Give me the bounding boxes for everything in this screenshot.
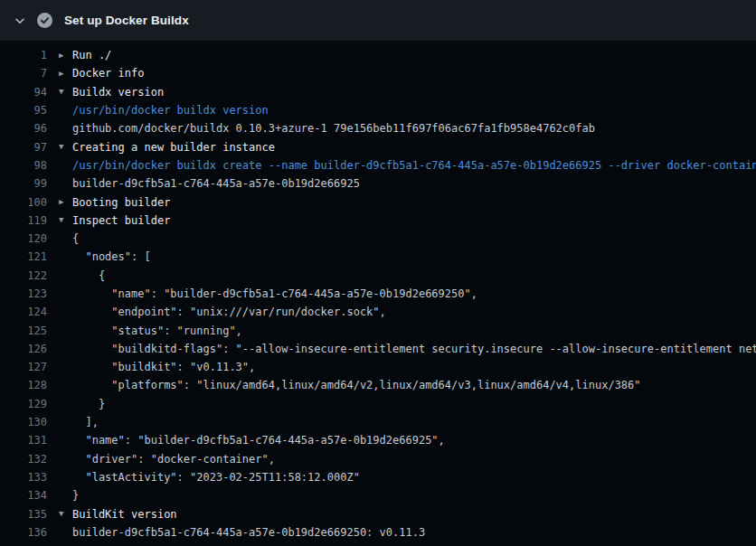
line-number[interactable]: 122: [0, 269, 47, 282]
step-header[interactable]: Set up Docker Buildx: [0, 0, 756, 41]
line-number[interactable]: 97: [0, 141, 47, 154]
line-number[interactable]: 119: [0, 214, 47, 227]
log-line: 1▶Run ./: [0, 46, 756, 64]
line-number[interactable]: 95: [0, 104, 47, 117]
line-number[interactable]: 136: [0, 526, 47, 539]
log-output-text: }: [72, 489, 756, 502]
group-expanded-icon[interactable]: ▼: [47, 510, 72, 518]
line-number[interactable]: 96: [0, 122, 47, 135]
group-expanded-icon[interactable]: ▼: [47, 216, 72, 224]
log-line: 133 "lastActivity": "2023-02-25T11:58:12…: [0, 468, 756, 486]
check-circle-icon: [37, 13, 52, 28]
line-number[interactable]: 123: [0, 287, 47, 300]
log-line: 122 {: [0, 267, 756, 285]
log-group-title[interactable]: Run ./: [72, 49, 756, 61]
line-number[interactable]: 130: [0, 416, 47, 428]
group-expanded-icon[interactable]: ▼: [47, 143, 72, 151]
log-line: 127 "buildkit": "v0.11.3",: [0, 358, 756, 376]
log-group-title[interactable]: Inspect builder: [72, 214, 756, 227]
log-group-title[interactable]: Booting builder: [72, 196, 756, 209]
line-number[interactable]: 120: [0, 232, 47, 245]
log-line: 136builder-d9cfb5a1-c764-445a-a57e-0b19d…: [0, 523, 756, 541]
log-line: 94▼Buildx version: [0, 83, 756, 101]
group-collapsed-icon[interactable]: ▶: [47, 52, 72, 60]
log-line: 131 "name": "builder-d9cfb5a1-c764-445a-…: [0, 431, 756, 449]
log-output-text: github.com/docker/buildx 0.10.3+azure-1 …: [72, 122, 756, 135]
line-number[interactable]: 134: [0, 489, 47, 502]
line-number[interactable]: 129: [0, 398, 47, 410]
group-expanded-icon[interactable]: ▼: [47, 88, 72, 96]
log-output-text: }: [72, 398, 756, 410]
log-output-text: "endpoint": "unix:///var/run/docker.sock…: [72, 306, 756, 318]
log-command-text: /usr/bin/docker buildx version: [72, 104, 756, 117]
line-number[interactable]: 133: [0, 471, 47, 484]
log-output-text: "driver": "docker-container",: [72, 453, 756, 466]
group-collapsed-icon[interactable]: ▶: [47, 70, 72, 78]
line-number[interactable]: 94: [0, 86, 47, 99]
line-number[interactable]: 126: [0, 343, 47, 355]
line-number[interactable]: 121: [0, 250, 47, 263]
log-output-text: ],: [72, 416, 756, 428]
line-number[interactable]: 125: [0, 325, 47, 337]
line-number[interactable]: 99: [0, 177, 47, 190]
log-line: 130 ],: [0, 413, 756, 431]
log-command-text: /usr/bin/docker buildx create --name bui…: [72, 159, 756, 172]
log-line: 119▼Inspect builder: [0, 212, 756, 230]
log-output-text: "platforms": "linux/amd64,linux/amd64/v2…: [72, 379, 756, 391]
group-collapsed-icon[interactable]: ▶: [47, 198, 72, 206]
line-number[interactable]: 128: [0, 379, 47, 391]
line-number[interactable]: 1: [0, 49, 47, 61]
log-line: 7▶Docker info: [0, 64, 756, 82]
log-line: 128 "platforms": "linux/amd64,linux/amd6…: [0, 376, 756, 394]
log-line: 121 "nodes": [: [0, 248, 756, 266]
log-line: 126 "buildkitd-flags": "--allow-insecure…: [0, 340, 756, 358]
line-number[interactable]: 127: [0, 361, 47, 373]
log-output-text: "buildkit": "v0.11.3",: [72, 361, 756, 373]
step-title: Set up Docker Buildx: [64, 14, 189, 27]
log-output-text: {: [72, 269, 756, 282]
log-line: 132 "driver": "docker-container",: [0, 450, 756, 468]
log-group-title[interactable]: Creating a new builder instance: [72, 141, 756, 154]
log-body: 1▶Run ./7▶Docker info94▼Buildx version95…: [0, 41, 756, 546]
line-number[interactable]: 100: [0, 196, 47, 209]
log-output-text: "buildkitd-flags": "--allow-insecure-ent…: [72, 343, 756, 355]
log-group-title[interactable]: BuildKit version: [72, 508, 756, 521]
log-group-title[interactable]: Docker info: [72, 67, 756, 80]
log-output-text: "name": "builder-d9cfb5a1-c764-445a-a57e…: [72, 434, 756, 447]
chevron-down-icon[interactable]: [13, 14, 27, 28]
line-number[interactable]: 132: [0, 453, 47, 466]
log-line: 125 "status": "running",: [0, 321, 756, 339]
log-line: 123 "name": "builder-d9cfb5a1-c764-445a-…: [0, 285, 756, 303]
log-line: 134}: [0, 486, 756, 504]
line-number[interactable]: 131: [0, 434, 47, 447]
line-number[interactable]: 124: [0, 306, 47, 318]
line-number[interactable]: 98: [0, 159, 47, 172]
log-output-text: "name": "builder-d9cfb5a1-c764-445a-a57e…: [72, 287, 756, 300]
log-output-text: "nodes": [: [72, 250, 756, 263]
log-line: 96github.com/docker/buildx 0.10.3+azure-…: [0, 119, 756, 137]
log-line: 98/usr/bin/docker buildx create --name b…: [0, 156, 756, 174]
log-line: 97▼Creating a new builder instance: [0, 137, 756, 155]
log-line: 124 "endpoint": "unix:///var/run/docker.…: [0, 303, 756, 321]
line-number[interactable]: 135: [0, 508, 47, 521]
log-line: 100▶Booting builder: [0, 193, 756, 211]
log-output-text: "status": "running",: [72, 325, 756, 337]
log-line: 129 }: [0, 395, 756, 413]
log-line: 95/usr/bin/docker buildx version: [0, 101, 756, 119]
log-viewer-window: Set up Docker Buildx 1▶Run ./7▶Docker in…: [0, 0, 756, 546]
log-line: 99builder-d9cfb5a1-c764-445a-a57e-0b19d2…: [0, 174, 756, 193]
log-output-text: "lastActivity": "2023-02-25T11:58:12.000…: [72, 471, 756, 484]
log-output-text: builder-d9cfb5a1-c764-445a-a57e-0b19d2e6…: [72, 526, 756, 539]
log-line: 135▼BuildKit version: [0, 504, 756, 522]
log-output-text: builder-d9cfb5a1-c764-445a-a57e-0b19d2e6…: [72, 177, 756, 190]
log-output-text: {: [72, 232, 756, 245]
log-line: 120{: [0, 230, 756, 248]
log-group-title[interactable]: Buildx version: [72, 86, 756, 99]
line-number[interactable]: 7: [0, 67, 47, 80]
